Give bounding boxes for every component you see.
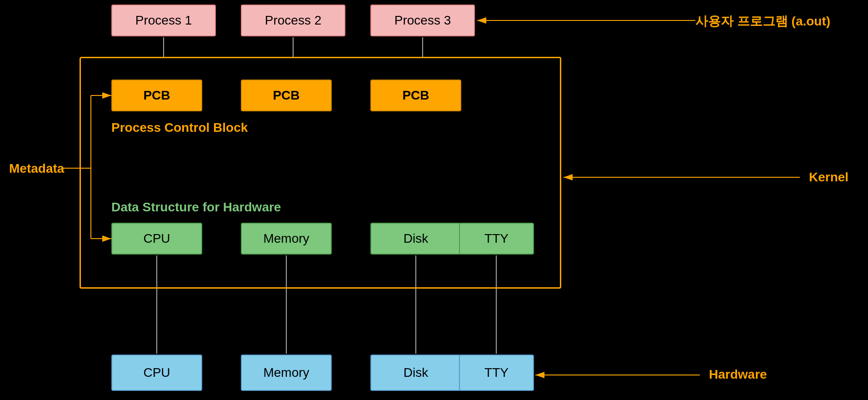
- process-1-label: Process 1: [135, 13, 192, 28]
- hardware-label: Hardware: [709, 367, 767, 382]
- process-3-box: Process 3: [370, 5, 475, 36]
- pcb-2-box: PCB: [241, 80, 332, 111]
- hw-disk: Disk: [370, 355, 461, 391]
- pcb-3-box: PCB: [370, 80, 461, 111]
- hw-cpu: CPU: [111, 355, 202, 391]
- hw-memory: Memory: [241, 355, 332, 391]
- process-2-box: Process 2: [241, 5, 345, 36]
- process-2-label: Process 2: [265, 13, 322, 28]
- pcb-1-box: PCB: [111, 80, 202, 111]
- user-program-label: 사용자 프로그램 (a.out): [695, 13, 830, 30]
- hw-struct-tty: TTY: [459, 223, 534, 255]
- hw-struct-memory: Memory: [241, 223, 332, 255]
- metadata-label: Metadata: [9, 161, 64, 176]
- hw-struct-cpu: CPU: [111, 223, 202, 255]
- diagram-container: Process 1 Process 2 Process 3 사용자 프로그램 (…: [0, 0, 868, 400]
- data-structure-label: Data Structure for Hardware: [111, 200, 281, 215]
- process-control-block-label: Process Control Block: [111, 120, 248, 135]
- process-1-box: Process 1: [111, 5, 216, 36]
- process-3-label: Process 3: [394, 13, 451, 28]
- hw-tty: TTY: [459, 355, 534, 391]
- hw-struct-disk: Disk: [370, 223, 461, 255]
- kernel-label: Kernel: [809, 170, 848, 185]
